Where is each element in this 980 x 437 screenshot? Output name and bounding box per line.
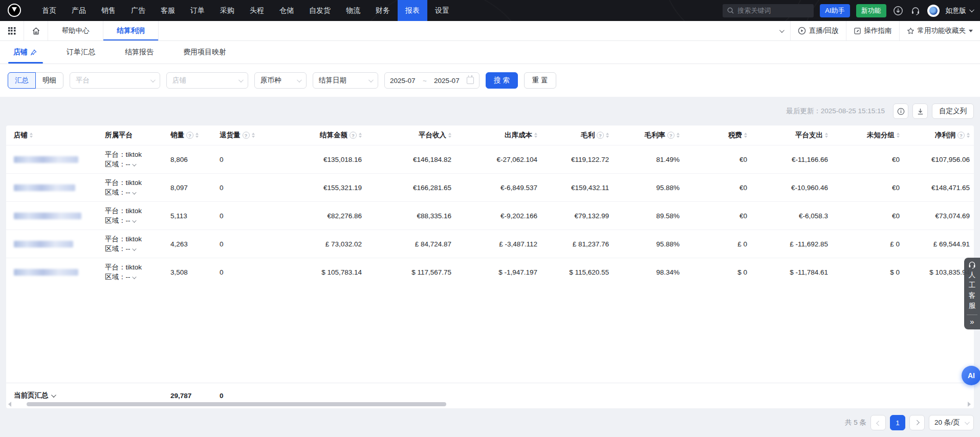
cell-销量: 8,806 [166,145,215,174]
sort-icon[interactable] [897,133,900,138]
currency-select[interactable]: 原币种 [254,72,307,89]
download-circle-icon[interactable] [892,5,904,16]
nav-item-13[interactable]: 报表 [398,0,427,21]
home-tab[interactable] [24,21,48,40]
column-header-3[interactable]: 销量 [166,126,215,145]
edition-switcher[interactable]: 如意版 [946,6,973,15]
help-icon[interactable] [350,132,357,139]
sort-icon[interactable] [359,133,362,138]
cell-税费: €0 [684,202,751,230]
column-header-12[interactable]: 未知分组 [832,126,904,145]
favorites-button[interactable]: 常用功能收藏夹 [899,21,980,40]
page-number-button[interactable]: 1 [890,415,905,430]
column-header-9[interactable]: 毛利率 [613,126,684,145]
column-header-8[interactable]: 毛利 [541,126,613,145]
customize-columns-button[interactable]: 自定义列 [932,103,974,119]
column-header-11[interactable]: 平台支出 [751,126,832,145]
user-avatar[interactable] [927,5,940,17]
tab-help-center[interactable]: 帮助中心 [48,21,103,40]
customer-service-panel[interactable]: 人工客服 » [964,258,980,329]
table-row[interactable]: 平台：tiktok 区域：-- 8,8060€135,018.16€146,18… [6,145,974,174]
export-button[interactable] [912,103,928,119]
detail-toggle-button[interactable]: 明细 [35,72,63,89]
reset-button[interactable]: 重 置 [524,72,556,89]
date-type-select[interactable]: 结算日期 [313,72,378,89]
column-header-5[interactable]: 结算金额 [275,126,366,145]
collapse-panel-button[interactable]: » [964,317,980,326]
sort-icon[interactable] [30,133,33,138]
region-expand-icon[interactable] [132,218,136,222]
prev-page-button[interactable] [870,415,886,430]
guide-button[interactable]: 操作指南 [846,21,899,40]
sort-icon[interactable] [606,133,609,138]
region-expand-icon[interactable] [132,190,136,194]
new-feature-button[interactable]: 新功能 [856,4,886,17]
help-icon[interactable] [597,132,604,139]
column-label: 净利润 [935,131,956,140]
nav-item-5[interactable]: 客服 [153,0,183,21]
apps-grid-button[interactable] [0,21,24,40]
date-range-picker[interactable]: 2025-07 ~ 2025-07 [384,72,480,89]
scroll-left-arrow[interactable] [8,402,11,407]
sort-icon[interactable] [825,133,828,138]
scroll-right-arrow[interactable] [968,402,971,407]
app-logo[interactable] [8,4,21,17]
next-page-button[interactable] [909,415,925,430]
nav-item-8[interactable]: 头程 [242,0,272,21]
column-header-1[interactable]: 店铺 [6,126,101,145]
sort-icon[interactable] [195,133,199,138]
info-button[interactable] [893,103,908,119]
nav-item-4[interactable]: 广告 [123,0,153,21]
nav-item-14[interactable]: 设置 [427,0,457,21]
sort-icon[interactable] [744,133,747,138]
summary-toggle-button[interactable]: 汇总 [8,72,36,89]
table-row[interactable]: 平台：tiktok 区域：-- 4,2630£ 73,032.02£ 84,72… [6,230,974,258]
nav-item-12[interactable]: 财务 [368,0,398,21]
region-expand-icon[interactable] [132,162,136,166]
ai-assistant-button[interactable]: AI助手 [820,4,850,17]
subtab-3[interactable]: 结算报告 [125,41,154,64]
chevron-right-icon [914,420,919,425]
nav-item-11[interactable]: 物流 [338,0,368,21]
table-row[interactable]: 平台：tiktok 区域：-- 3,5080$ 105,783.14$ 117,… [6,258,974,286]
ai-fab-button[interactable]: AI [962,366,980,385]
sort-icon[interactable] [448,133,451,138]
subtab-2[interactable]: 订单汇总 [67,41,95,64]
sort-icon[interactable] [677,133,680,138]
help-icon[interactable] [667,132,674,139]
nav-item-10[interactable]: 自发货 [301,0,338,21]
search-button[interactable]: 搜 索 [486,72,518,89]
subtab-4[interactable]: 费用项目映射 [183,41,226,64]
column-header-13[interactable]: 净利润 [904,126,974,145]
nav-item-2[interactable]: 产品 [64,0,94,21]
nav-item-7[interactable]: 采购 [212,0,242,21]
help-icon[interactable] [186,132,193,139]
nav-item-6[interactable]: 订单 [183,0,212,21]
nav-item-9[interactable]: 仓储 [272,0,301,21]
column-header-7[interactable]: 出库成本 [455,126,541,145]
column-header-6[interactable]: 平台收入 [366,126,455,145]
nav-item-1[interactable]: 首页 [34,0,64,21]
tab-settlement-profit[interactable]: 结算利润 [103,21,159,40]
help-icon[interactable] [957,132,965,139]
subtab-1[interactable]: 店铺 [13,41,37,64]
region-expand-icon[interactable] [132,246,136,251]
sort-icon[interactable] [534,133,537,138]
help-icon[interactable] [243,132,250,139]
live-replay-button[interactable]: 直播/回放 [790,21,846,40]
global-search[interactable]: 搜索关键词 [723,4,814,17]
page-size-select[interactable]: 20 条/页 [929,415,974,430]
shop-select[interactable]: 店铺 [166,72,248,89]
tabs-collapse-button[interactable] [772,21,790,40]
column-header-4[interactable]: 退货量 [215,126,275,145]
column-header-10[interactable]: 税费 [684,126,751,145]
table-row[interactable]: 平台：tiktok 区域：-- 8,0970€155,321.19€166,28… [6,174,974,202]
sort-icon[interactable] [252,133,255,138]
headset-icon[interactable] [910,5,921,16]
horizontal-scrollbar[interactable] [27,402,446,406]
nav-item-3[interactable]: 销售 [94,0,123,21]
region-expand-icon[interactable] [132,275,136,279]
sort-icon[interactable] [967,133,970,138]
platform-select[interactable]: 平台 [70,72,160,89]
table-row[interactable]: 平台：tiktok 区域：-- 5,1130€82,276.86€88,335.… [6,202,974,230]
